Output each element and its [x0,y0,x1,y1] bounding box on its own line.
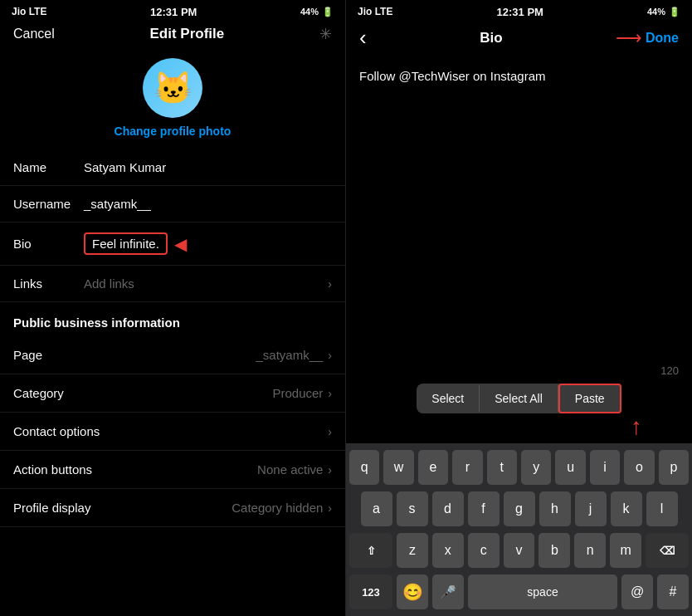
category-row[interactable]: Category Producer › [0,374,345,413]
bio-label: Bio [13,237,84,251]
context-select-button[interactable]: Select [417,385,480,412]
avatar[interactable]: 🐱 [143,58,202,118]
contact-options-chevron-icon: › [328,425,332,438]
paste-arrow-container: ↑ [346,413,692,438]
key-n[interactable]: n [574,533,606,568]
key-p[interactable]: p [659,450,689,485]
space-key[interactable]: space [468,574,617,609]
page-row[interactable]: Page _satyamk__ › [0,336,345,374]
bio-row: Bio Feel infinite. ◀ [0,222,345,266]
key-w[interactable]: w [383,450,413,485]
username-label: Username [13,197,84,211]
cancel-button[interactable]: Cancel [13,27,55,42]
left-status-bar: Jio LTE 12:31 PM 44% 🔋 [0,0,345,22]
battery-icon: 🔋 [322,7,334,17]
page-chevron-icon: › [328,349,332,362]
shift-key[interactable]: ⇧ [349,533,392,568]
key-v[interactable]: v [504,533,535,568]
bio-nav-bar: ‹ Bio ⟶ Done [346,22,692,57]
left-nav-bar: Cancel Edit Profile ✳ [0,22,345,50]
key-t[interactable]: t [487,450,517,485]
bio-text-area[interactable]: Follow @TechWiser on Instagram 120 [346,57,692,384]
contact-options-row[interactable]: Contact options › [0,413,345,451]
name-label: Name [13,160,84,174]
right-carrier: Jio LTE [358,6,392,17]
name-row: Name Satyam Kumar [0,149,345,186]
key-k[interactable]: k [611,491,642,526]
key-b[interactable]: b [538,533,570,568]
keyboard-row-2: a s d f g h j k l [349,491,689,526]
at-key[interactable]: @ [621,574,653,609]
key-x[interactable]: x [432,533,464,568]
profile-display-value: Category hidden [231,501,323,515]
profile-display-row[interactable]: Profile display Category hidden › [0,489,345,527]
right-time: 12:31 PM [497,6,543,18]
key-a[interactable]: a [361,491,392,526]
profile-photo-section: 🐱 Change profile photo [0,50,345,149]
name-value[interactable]: Satyam Kumar [84,160,332,174]
keyboard-row-3: ⇧ z x c v b n m ⌫ [349,533,689,568]
context-paste-button[interactable]: Paste [558,384,621,413]
paste-up-arrow-icon: ↑ [631,415,642,438]
keyboard-bottom-row: 123 😊 🎤 space @ # [349,574,689,609]
symbol-key[interactable]: 123 [349,574,392,609]
page-label: Page [13,348,256,362]
right-panel: Jio LTE 12:31 PM 44% 🔋 ‹ Bio ⟶ Done Foll… [346,0,692,616]
context-select-all-button[interactable]: Select All [480,385,558,412]
links-chevron-icon: › [328,277,332,291]
contact-options-label: Contact options [13,424,328,438]
key-u[interactable]: u [555,450,585,485]
bio-red-arrow-icon: ◀ [174,234,187,254]
right-status-icons: 44% 🔋 [647,7,680,17]
spinner-icon: ✳ [319,25,332,43]
username-value[interactable]: _satyamk__ [84,197,332,211]
avatar-emoji: 🐱 [154,70,192,106]
back-button[interactable]: ‹ [359,25,367,51]
change-profile-photo-button[interactable]: Change profile photo [115,125,231,138]
category-chevron-icon: › [328,387,332,400]
key-c[interactable]: c [468,533,500,568]
left-time: 12:31 PM [150,6,197,18]
key-d[interactable]: d [432,491,464,526]
key-l[interactable]: l [646,491,678,526]
char-count: 120 [660,364,679,377]
key-z[interactable]: z [397,533,428,568]
category-value: Producer [272,386,323,400]
action-buttons-row[interactable]: Action buttons None active › [0,451,345,489]
keyboard: q w e r t y u i o p a s d f g h j k l ⇧ … [346,443,692,616]
left-carrier: Jio LTE [12,6,46,17]
key-e[interactable]: e [418,450,448,485]
emoji-key[interactable]: 😊 [397,574,428,609]
key-h[interactable]: h [539,491,571,526]
page-value: _satyamk__ [256,348,323,362]
profile-display-label: Profile display [13,501,231,515]
links-placeholder: Add links [84,276,321,291]
key-f[interactable]: f [468,491,500,526]
left-battery: 44% [300,7,319,17]
key-y[interactable]: y [521,450,551,485]
key-g[interactable]: g [504,491,535,526]
left-panel: Jio LTE 12:31 PM 44% 🔋 Cancel Edit Profi… [0,0,346,616]
public-business-header: Public business information [0,302,345,336]
edit-profile-title: Edit Profile [150,26,225,42]
hash-key[interactable]: # [657,574,689,609]
links-label: Links [13,276,84,291]
key-r[interactable]: r [452,450,482,485]
key-i[interactable]: i [590,450,620,485]
bio-value-wrapper: Feel infinite. ◀ [84,232,187,255]
right-battery: 44% [647,7,665,17]
key-j[interactable]: j [575,491,607,526]
bio-value[interactable]: Feel infinite. [84,232,168,255]
key-o[interactable]: o [624,450,654,485]
key-q[interactable]: q [349,450,379,485]
links-row[interactable]: Links Add links › [0,266,345,302]
profile-display-chevron-icon: › [328,501,332,515]
done-button[interactable]: Done [646,31,679,46]
key-m[interactable]: m [610,533,641,568]
mic-key[interactable]: 🎤 [432,574,464,609]
form-section: Name Satyam Kumar Username _satyamk__ Bi… [0,149,345,616]
username-row: Username _satyamk__ [0,186,345,222]
key-s[interactable]: s [397,491,428,526]
right-status-bar: Jio LTE 12:31 PM 44% 🔋 [346,0,692,22]
delete-key[interactable]: ⌫ [646,533,689,568]
